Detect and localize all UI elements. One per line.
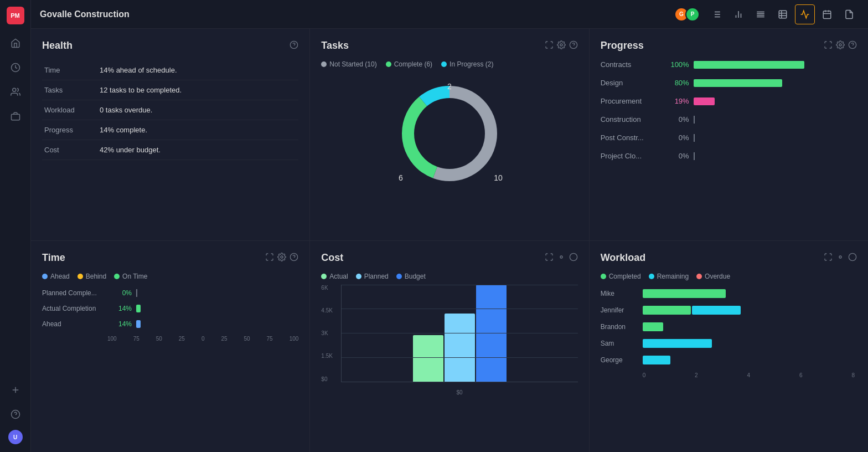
cost-bar-planned bbox=[445, 314, 475, 382]
table-view-button[interactable] bbox=[773, 4, 793, 24]
progress-help-icon[interactable] bbox=[848, 40, 857, 51]
progress-settings-icon[interactable] bbox=[836, 40, 845, 51]
progress-expand-icon[interactable] bbox=[824, 40, 833, 51]
time-axis-label: 75 bbox=[267, 336, 273, 342]
health-help-icon[interactable] bbox=[290, 40, 298, 51]
workload-remaining-bar bbox=[692, 306, 741, 315]
workload-bars bbox=[643, 306, 857, 315]
cost-y-label: 6K bbox=[321, 285, 339, 291]
user-avatar[interactable]: U bbox=[7, 429, 24, 445]
workload-x-label: 4 bbox=[747, 372, 751, 378]
task-legend-item: Complete (6) bbox=[386, 60, 432, 68]
workload-bars bbox=[643, 322, 857, 331]
time-bar-wrapper bbox=[136, 305, 298, 312]
tasks-settings-icon[interactable] bbox=[557, 40, 566, 51]
calendar-view-button[interactable] bbox=[817, 4, 837, 24]
health-row-label: Workload bbox=[42, 100, 97, 120]
legend-label: In Progress (2) bbox=[450, 60, 493, 68]
time-row-label: Actual Completion bbox=[42, 305, 107, 312]
progress-row-label: Construction bbox=[601, 115, 662, 124]
list-view-button[interactable] bbox=[706, 4, 726, 24]
cost-expand-icon[interactable] bbox=[545, 253, 554, 263]
progress-row-label: Design bbox=[601, 79, 662, 87]
cost-legend: ActualPlannedBudget bbox=[321, 273, 577, 280]
tasks-help-icon[interactable] bbox=[569, 40, 578, 51]
time-legend-label: Behind bbox=[86, 273, 106, 280]
pulse-view-button[interactable] bbox=[795, 4, 815, 24]
health-row: Time14% ahead of schedule. bbox=[42, 60, 298, 80]
app-logo[interactable]: PM bbox=[7, 7, 24, 24]
cost-bar-group bbox=[364, 285, 555, 382]
cost-settings-icon[interactable] bbox=[557, 253, 566, 263]
workload-help-icon[interactable] bbox=[848, 253, 857, 263]
legend-dot bbox=[321, 61, 327, 67]
workload-legend-dot bbox=[649, 274, 654, 279]
legend-dot bbox=[386, 61, 391, 67]
time-settings-icon[interactable] bbox=[277, 253, 286, 263]
time-bar-fill bbox=[136, 305, 141, 312]
progress-row-pct: 100% bbox=[666, 60, 689, 69]
progress-bar-fill bbox=[694, 61, 804, 69]
header-avatars: G P bbox=[674, 7, 700, 22]
progress-panel-header: Progress bbox=[601, 40, 857, 52]
svg-point-39 bbox=[839, 44, 841, 46]
legend-dot bbox=[441, 61, 447, 67]
svg-rect-20 bbox=[779, 11, 787, 18]
time-chart-rows: Planned Comple... 0% Actual Completion 1… bbox=[42, 289, 298, 328]
time-legend-dot bbox=[78, 274, 83, 279]
sidebar-item-portfolio[interactable] bbox=[6, 106, 25, 126]
time-legend: AheadBehindOn Time bbox=[42, 273, 298, 280]
svg-rect-2 bbox=[11, 114, 19, 120]
sidebar-add-button[interactable] bbox=[6, 380, 25, 400]
cost-title: Cost bbox=[321, 252, 343, 264]
task-legend-item: Not Started (10) bbox=[321, 60, 376, 68]
tasks-expand-icon[interactable] bbox=[545, 40, 554, 51]
time-help-icon[interactable] bbox=[290, 253, 298, 263]
time-expand-icon[interactable] bbox=[265, 253, 274, 263]
sidebar-item-home[interactable] bbox=[6, 33, 25, 53]
progress-row: Project Clo... 0% bbox=[601, 152, 857, 160]
file-view-button[interactable] bbox=[839, 4, 859, 24]
project-title: Govalle Construction bbox=[40, 9, 665, 19]
align-view-button[interactable] bbox=[751, 4, 771, 24]
svg-rect-24 bbox=[823, 11, 831, 19]
time-legend-label: On Time bbox=[122, 273, 147, 280]
tasks-title: Tasks bbox=[321, 40, 349, 52]
cost-legend-dot bbox=[321, 274, 327, 279]
avatar-p[interactable]: P bbox=[685, 7, 700, 22]
workload-chart-row: Brandon bbox=[601, 322, 857, 331]
workload-settings-icon[interactable] bbox=[836, 253, 845, 263]
cost-help-icon[interactable] bbox=[569, 253, 578, 263]
time-bar-marker bbox=[136, 289, 137, 297]
time-panel: Time AheadBehindOn Time Planned Comple..… bbox=[31, 241, 309, 453]
bar-view-button[interactable] bbox=[728, 4, 748, 24]
cost-bars-container bbox=[341, 285, 577, 382]
progress-bar-container bbox=[694, 97, 857, 105]
time-legend-item: Ahead bbox=[42, 273, 70, 280]
workload-x-label: 2 bbox=[695, 372, 698, 378]
sidebar-item-team[interactable] bbox=[6, 82, 25, 102]
workload-legend-dot bbox=[601, 274, 606, 279]
progress-row-label: Project Clo... bbox=[601, 152, 662, 160]
cost-legend-dot bbox=[356, 274, 361, 279]
time-axis-label: 100 bbox=[107, 336, 117, 342]
progress-row-pct: 0% bbox=[666, 133, 689, 142]
cost-legend-label: Budget bbox=[405, 273, 426, 280]
workload-person-name: Brandon bbox=[601, 323, 639, 331]
cost-legend-item: Planned bbox=[356, 273, 389, 280]
sidebar-help-button[interactable] bbox=[6, 404, 25, 424]
progress-actions bbox=[824, 40, 857, 51]
workload-title: Workload bbox=[601, 252, 646, 264]
sidebar-item-history[interactable] bbox=[6, 58, 25, 78]
workload-x-axis: 02468 bbox=[601, 372, 857, 378]
workload-remaining-bar bbox=[643, 356, 670, 364]
health-row-label: Tasks bbox=[42, 80, 97, 100]
progress-row-pct: 0% bbox=[666, 152, 689, 160]
svg-point-47 bbox=[839, 256, 841, 258]
svg-text:10: 10 bbox=[494, 173, 503, 182]
progress-bar-container bbox=[694, 152, 857, 160]
tasks-panel: Tasks Not Started (10)Complete (6)In Pro… bbox=[310, 29, 588, 240]
workload-expand-icon[interactable] bbox=[824, 253, 833, 263]
cost-legend-item: Budget bbox=[396, 273, 426, 280]
progress-bar-container bbox=[694, 116, 857, 124]
